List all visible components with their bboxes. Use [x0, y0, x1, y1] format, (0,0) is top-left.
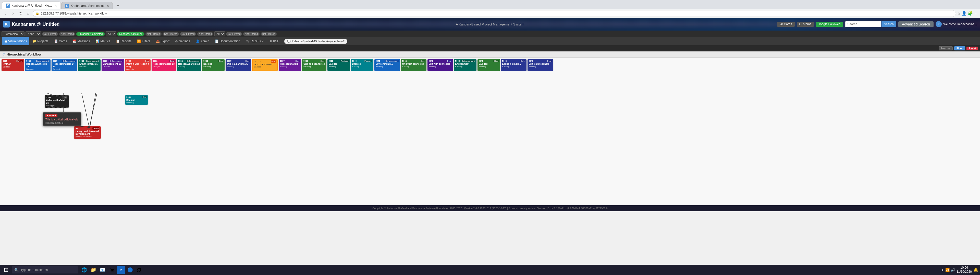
back-btn[interactable]: ‹: [2, 10, 9, 17]
filter-select-none[interactable]: None: [25, 31, 41, 36]
filter-bar-1: Hierarchical None Not Filtered Not Filte…: [0, 30, 980, 37]
tray-icon-wifi[interactable]: 📶: [945, 268, 950, 272]
nav-visualisations[interactable]: ◉ Visualisations: [2, 37, 29, 45]
home-btn[interactable]: ⌂: [25, 10, 32, 17]
reset-btn[interactable]: Reset: [966, 47, 978, 50]
nav-meetings[interactable]: 📅 Meetings: [70, 37, 93, 45]
filter-select-hierarchical[interactable]: Hierarchical: [2, 31, 24, 36]
nav-admin[interactable]: 👤 Admin: [193, 37, 212, 45]
card-step-2[interactable]: 5038 Step Grid and connected Backlog: [302, 59, 326, 71]
taskbar-icon-photos[interactable]: 🖼: [135, 266, 143, 274]
address-input[interactable]: [41, 12, 953, 15]
taskbar-pinned-icons: 🌐 📁 📧 🛍 e 🔵 🖼: [80, 266, 143, 274]
tab-close-icon-2[interactable]: ×: [107, 4, 109, 8]
card-epic-purple[interactable]: 5037 Epic RebeccaShafield Backlog: [279, 59, 301, 71]
nav-cards[interactable]: 🃏 Cards: [52, 37, 70, 45]
taskbar-icon-chrome[interactable]: 🔵: [126, 266, 134, 274]
filter-select-all[interactable]: All: [106, 31, 116, 36]
taskbar-search-text: Type here to search: [21, 268, 48, 272]
taskbar-icon-folder[interactable]: 📁: [89, 266, 97, 274]
card-id-16: 5041: [375, 60, 380, 62]
search-input[interactable]: [845, 21, 881, 27]
tab-close-icon[interactable]: ×: [55, 3, 57, 8]
card-epic-indigo[interactable]: 5035 Epic this is a particular... Backlo…: [226, 59, 251, 71]
card-type-9: Step: [218, 60, 223, 62]
taskbar-icon-mail[interactable]: 📧: [99, 266, 107, 274]
new-tab-btn[interactable]: +: [115, 2, 121, 9]
card-enhancement-1[interactable]: 5026 Enhancement RebeccaShafield-D-15 Ba…: [25, 59, 51, 71]
nav-reports[interactable]: 📋 Reports: [113, 37, 134, 45]
tab-active[interactable]: K Kanbanara @ Untitled - Hier... ×: [2, 2, 61, 9]
card-status-1: Backlog: [3, 66, 23, 68]
card-epic-simple[interactable]: 5046 Epic Edit is a simple... Backlog: [501, 59, 527, 71]
taskbar-icon-ie[interactable]: 🌐: [80, 266, 88, 274]
card-step-grid[interactable]: 5042 Step Grid with connected Backlog: [401, 59, 426, 71]
filter-apply-btn[interactable]: Filter: [954, 46, 965, 51]
advanced-search-btn[interactable]: Advanced Search: [898, 21, 934, 27]
card-feature-teal[interactable]: 5039 Feature Backlog Backlog: [328, 59, 350, 71]
card-type-22: Epic: [547, 60, 552, 62]
defect-bottom-card[interactable]: 5200 Defect Design and first-level Devel…: [74, 126, 101, 139]
tray-icon-notif[interactable]: 🔔: [974, 268, 978, 272]
card-step-backlog[interactable]: 5033 Step Backlog Backlog: [202, 59, 224, 71]
card-bug[interactable]: 5030 Bug Point a Bug Report a Bug Analys…: [125, 59, 151, 71]
card-id-22: 5047: [529, 60, 533, 62]
card-enhancement-3[interactable]: 5028 Enhancement Enhancement-15 Defined: [78, 59, 100, 71]
card-type-20: Step: [493, 60, 498, 62]
taskbar-icon-store[interactable]: 🛍: [108, 266, 116, 274]
nav-settings[interactable]: ⚙ Settings: [172, 37, 192, 45]
child-card-1[interactable]: 5100 Step RebeccaShafield-16 Untagged: [45, 95, 69, 108]
reports-label: Reports: [121, 40, 131, 43]
card-id-11: 041271: [254, 60, 261, 63]
card-rebecca-13[interactable]: 5031 Epic RebeccaShafield-13 Analysis: [151, 59, 176, 71]
card-detect[interactable]: 5025 Defect Detect Backlog: [2, 59, 24, 71]
svg-line-6: [82, 93, 89, 128]
card-step-3[interactable]: 5045 Step Backlog Backlog: [477, 59, 500, 71]
tooltip-blocked-card[interactable]: Blocked This is a critical skill Analysi…: [43, 112, 81, 126]
customs-btn[interactable]: Customs: [797, 22, 814, 27]
tab-inactive[interactable]: K Kanbanara / Screenshots ×: [61, 2, 113, 9]
defect-card-title: Design and first-level Development: [76, 130, 99, 135]
card-epic-atmosphere[interactable]: 5047 Epic Edit is atmosphere Backlog: [528, 59, 553, 71]
tray-icon-sound[interactable]: 🔊: [951, 268, 955, 272]
card-epic-edit[interactable]: 5043 Epic Edit with connected Backlog: [428, 59, 453, 71]
card-epic-yellow[interactable]: 041271 Epic 041271Bloc1249I612 Backlog: [252, 59, 278, 71]
connectors-svg: [0, 58, 980, 205]
card-environment[interactable]: 5044 Enhancement Environment Backlog: [454, 59, 476, 71]
nav-docs[interactable]: 📄 Documentation: [212, 37, 243, 45]
child-card-2[interactable]: 5101 Bug Backlog Backlog: [125, 95, 148, 105]
nav-export[interactable]: 📤 Export: [153, 37, 172, 45]
nav-projects[interactable]: 📁 Projects: [30, 37, 51, 45]
taskbar-search-box[interactable]: 🔍 Type here to search: [12, 266, 78, 273]
browser-toolbar: ‹ › ↻ ⌂ 🔒 ☆ 👤 🧩 ⋮: [0, 9, 980, 18]
tray-icon-1[interactable]: ▲: [941, 268, 944, 272]
admin-label: Admin: [200, 40, 209, 43]
search-btn[interactable]: Search: [881, 21, 896, 27]
extensions-icon[interactable]: 🧩: [968, 11, 973, 16]
start-btn[interactable]: ⊞: [2, 266, 11, 275]
profile-icon[interactable]: 👤: [962, 11, 967, 16]
nav-rest-api[interactable]: 🔌 REST API: [243, 37, 267, 45]
card-type-6: Bug: [145, 60, 149, 62]
nav-metrics[interactable]: 📊 Metrics: [93, 37, 113, 45]
normal-btn[interactable]: Normal: [939, 46, 953, 51]
bookmark-icon[interactable]: ☆: [957, 11, 961, 16]
reload-btn[interactable]: ↻: [18, 10, 24, 17]
nav-filters[interactable]: 🔽 Filters: [135, 37, 153, 45]
card-title-17: Grid with connected: [402, 63, 425, 65]
card-enhancement-2[interactable]: 5027 Enhancement RebeccaShafield-D-15 De…: [52, 59, 77, 71]
toggle-followed-btn[interactable]: Toggle Followed: [816, 22, 843, 27]
filter-select-all-2[interactable]: All: [215, 31, 225, 36]
card-enhancement-5[interactable]: 5032 Enhancement RebeccaShafield-13 Back…: [177, 59, 201, 71]
nav-ksf[interactable]: K KSF: [267, 37, 282, 45]
taskbar-icon-edge[interactable]: e: [117, 266, 125, 274]
card-title-9: Backlog: [204, 63, 223, 65]
card-type-14: Feature: [340, 60, 348, 62]
menu-icon[interactable]: ⋮: [974, 11, 978, 16]
forward-btn[interactable]: ›: [10, 10, 16, 17]
rest-api-label: REST API: [251, 40, 264, 43]
card-enhancement-6[interactable]: 5041 Enhancement Environment-15 Backlog: [374, 59, 400, 71]
card-feature-cyan[interactable]: 5040 Feature Backlog Backlog: [351, 59, 373, 71]
card-enhancement-4[interactable]: 5029 Enhancement Enhancement-15 Defined: [102, 59, 124, 71]
cards-count-btn[interactable]: 28 Cards: [777, 22, 795, 27]
